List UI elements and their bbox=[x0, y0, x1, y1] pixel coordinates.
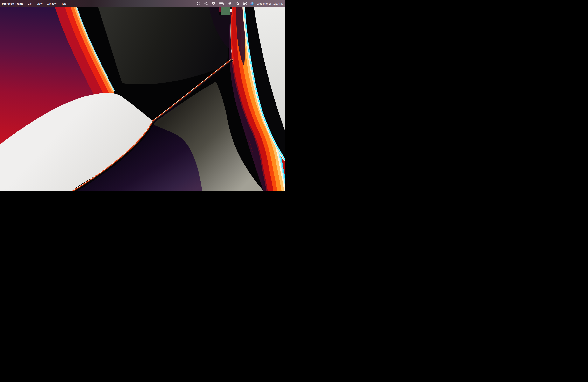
glitch-maroon-notch bbox=[230, 12, 232, 15]
menu-item-edit[interactable]: Edit bbox=[28, 2, 32, 5]
wallpaper-image bbox=[0, 0, 285, 191]
siri-icon[interactable] bbox=[250, 0, 253, 7]
svg-text:S: S bbox=[213, 2, 214, 4]
glitch-maroon-block bbox=[219, 7, 221, 12]
globe-security-icon[interactable] bbox=[204, 0, 208, 7]
control-center-icon[interactable] bbox=[243, 0, 247, 7]
menu-bar-status-area: U S bbox=[196, 0, 285, 7]
desktop: Microsoft Teams Edit View Window Help U bbox=[0, 0, 294, 191]
wifi-icon[interactable] bbox=[228, 0, 232, 7]
active-app-menu[interactable]: Microsoft Teams bbox=[2, 2, 23, 5]
menu-bar: Microsoft Teams Edit View Window Help U bbox=[0, 0, 285, 7]
glitch-green-block bbox=[221, 7, 230, 15]
glitch-black-notch bbox=[230, 7, 232, 9]
user-activity-icon[interactable]: U bbox=[196, 0, 201, 7]
battery-icon[interactable] bbox=[219, 0, 225, 7]
siri-orb-graphic bbox=[250, 2, 253, 5]
clock-time: 1:23 PM bbox=[273, 2, 284, 5]
screen-letterbox-right bbox=[285, 0, 294, 191]
menu-bar-clock[interactable]: Wed Mar 16 1:23 PM bbox=[257, 2, 284, 5]
glitch-white-notch bbox=[230, 9, 232, 12]
glitch-black-block bbox=[219, 12, 221, 15]
sophos-shield-icon[interactable]: S bbox=[211, 0, 215, 7]
spotlight-search-icon[interactable] bbox=[236, 0, 240, 7]
menu-item-help[interactable]: Help bbox=[61, 2, 66, 5]
clock-date: Wed Mar 16 bbox=[257, 2, 272, 5]
menu-item-window[interactable]: Window bbox=[47, 2, 56, 5]
menu-bar-left: Microsoft Teams Edit View Window Help bbox=[0, 2, 66, 5]
menu-item-view[interactable]: View bbox=[37, 2, 42, 5]
